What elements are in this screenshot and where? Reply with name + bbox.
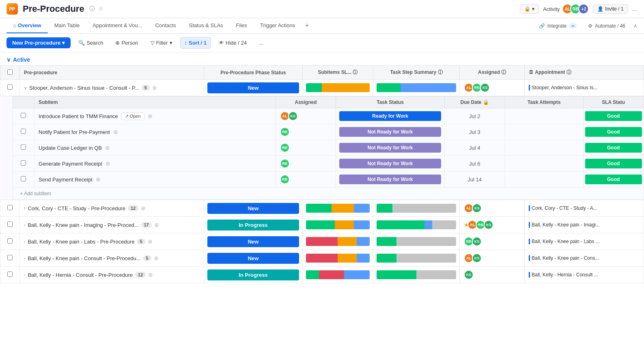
row-appointment-cell: Stooper, Anderson - Sinus Is... — [525, 80, 644, 96]
expand-icon[interactable]: › — [24, 239, 25, 244]
progress-segment — [332, 204, 354, 213]
sla-badge: Good — [585, 111, 642, 121]
invite-label: Invite / 1 — [605, 6, 623, 12]
progress-segment — [377, 83, 401, 92]
subitems-cell: Subitem Assigned Task Status Due Date 🔒 … — [0, 96, 644, 200]
info-icon-appt: ⓘ — [566, 69, 571, 75]
header-checkbox[interactable] — [0, 66, 20, 80]
tab-files[interactable]: Files — [230, 18, 254, 33]
header-preprocedure: Pre-procedure — [20, 66, 204, 80]
row-checkbox[interactable] — [7, 84, 13, 90]
row-checkbox[interactable] — [7, 272, 13, 277]
progress-segment — [306, 254, 338, 263]
row-add-icon[interactable]: ⊕ — [152, 84, 157, 91]
tab-trigger-actions[interactable]: Trigger Actions — [254, 18, 302, 33]
collapse-button[interactable]: ∧ — [633, 23, 638, 29]
header-more-button[interactable]: ... — [632, 5, 638, 13]
more-icon: ... — [259, 40, 263, 46]
row-checkbox[interactable] — [7, 238, 13, 244]
row-add-icon[interactable]: ⊕ — [154, 222, 159, 228]
new-chevron-icon: ▾ — [62, 40, 65, 46]
toolbar: New Pre-procedure ▾ 🔍 Search ⊕ Person ▽ … — [0, 34, 644, 52]
open-button[interactable]: ↗ Open — [121, 112, 144, 120]
avatar: KS — [288, 111, 298, 121]
sla-badge: Good — [585, 127, 642, 137]
sub-checkbox[interactable] — [21, 176, 26, 181]
tab-appointment[interactable]: Appointment & Vou... — [86, 18, 149, 33]
automate-button[interactable]: ⚙ Automate / 46 — [585, 22, 629, 30]
avatar: KS — [472, 203, 482, 213]
expand-icon[interactable]: › — [24, 206, 25, 211]
sub-checkbox[interactable] — [21, 113, 26, 118]
hide-button[interactable]: 👁 Hide / 24 — [214, 37, 251, 49]
more-options-button[interactable]: ... — [254, 37, 268, 49]
row-add-icon[interactable]: ⊕ — [141, 205, 146, 211]
row-add-icon[interactable]: ⊕ — [148, 238, 153, 245]
info-icon[interactable]: ⓘ — [89, 5, 95, 13]
filter-button[interactable]: ▽ Filter ▾ — [146, 37, 177, 49]
tab-main-table[interactable]: Main Table — [48, 18, 86, 33]
avatar: KS — [472, 237, 482, 246]
row-checkbox-cell — [0, 250, 20, 267]
sub-add-icon[interactable]: ⊕ — [148, 113, 153, 119]
sub-add-icon[interactable]: ⊕ — [113, 129, 118, 135]
expand-icon[interactable]: ∨ — [24, 86, 27, 90]
progress-segment — [357, 254, 369, 263]
sub-task-status-cell: Not Ready for Work — [336, 140, 445, 156]
invite-button[interactable]: 👤 Invite / 1 — [593, 4, 628, 14]
tab-contacts[interactable]: Contacts — [149, 18, 182, 33]
row-name-text: Stooper, Anderson - Sinus Issue - Consul… — [29, 85, 139, 91]
main-table: Pre-procedure Pre-Procedure Phase Status… — [0, 65, 644, 283]
add-subitem-button[interactable]: + Add subitem — [17, 189, 54, 198]
sub-task-attempts-cell — [505, 172, 583, 188]
expand-icon[interactable]: › — [24, 273, 25, 277]
row-assigned-cell: ALRBKS — [460, 80, 525, 96]
row-badge: 12 — [135, 272, 146, 278]
row-checkbox[interactable] — [7, 222, 13, 227]
person-button[interactable]: ⊕ Person — [111, 37, 142, 49]
progress-segment — [306, 83, 322, 92]
person-icon: ⊕ — [115, 40, 120, 46]
row-task-bar-cell — [373, 200, 460, 217]
sub-checkbox[interactable] — [21, 129, 26, 134]
active-section-header[interactable]: ∨ Active — [0, 52, 644, 65]
row-checkbox[interactable] — [7, 205, 13, 210]
expand-icon[interactable]: › — [24, 223, 25, 227]
activity-button[interactable]: Activity AL RB +2 — [543, 4, 589, 14]
sub-sla-cell: Good — [583, 140, 644, 156]
sort-button[interactable]: ↕ Sort / 1 — [180, 37, 211, 49]
sub-add-icon[interactable]: ⊕ — [105, 144, 110, 151]
table-row: › Ball, Kelly - Knee pain - Imaging - Pr… — [0, 217, 644, 233]
expand-icon[interactable]: › — [24, 256, 25, 261]
progress-segment — [306, 270, 319, 279]
sla-badge: Good — [585, 175, 642, 184]
sub-add-icon[interactable]: ⊕ — [96, 176, 101, 183]
progress-segment — [306, 220, 334, 229]
new-preprocedure-button[interactable]: New Pre-procedure ▾ — [6, 37, 71, 48]
add-tab-button[interactable]: + — [302, 22, 312, 30]
tab-overview[interactable]: ⌂ Overview — [6, 18, 48, 33]
sub-add-icon[interactable]: ⊕ — [106, 160, 110, 167]
row-subitems-bar-cell — [303, 80, 373, 96]
star-icon[interactable]: ☆ — [98, 5, 103, 13]
avatar: KS — [464, 270, 474, 280]
sub-due-date-cell: Jul 14 — [444, 172, 505, 188]
lock-button[interactable]: 🔒 ▾ — [520, 4, 539, 14]
progress-segment — [432, 220, 456, 229]
row-name-text: Ball, Kelly - Hernia - Consult - Pre-Pro… — [28, 272, 133, 278]
sub-checkbox[interactable] — [21, 160, 26, 166]
table-row: › Cork, Cory - CTE - Study - Pre-Procedu… — [0, 200, 644, 217]
row-badge: 5 — [137, 239, 145, 244]
search-button[interactable]: 🔍 Search — [74, 37, 108, 49]
sub-checkbox[interactable] — [21, 144, 26, 150]
sub-name-text: Generate Payment Receipt — [39, 161, 102, 167]
select-all-checkbox[interactable] — [7, 69, 13, 75]
progress-segment — [306, 204, 332, 213]
integrate-button[interactable]: 🔗 Integrate ∞ — [536, 22, 580, 30]
row-checkbox[interactable] — [7, 255, 13, 260]
row-add-icon[interactable]: ⊕ — [148, 272, 153, 278]
sub-task-status-cell: Not Ready for Work — [336, 172, 445, 188]
sub-assigned-cell: RB — [276, 140, 336, 156]
row-add-icon[interactable]: ⊕ — [154, 255, 159, 261]
tab-status-slas[interactable]: Status & SLAs — [183, 18, 230, 33]
